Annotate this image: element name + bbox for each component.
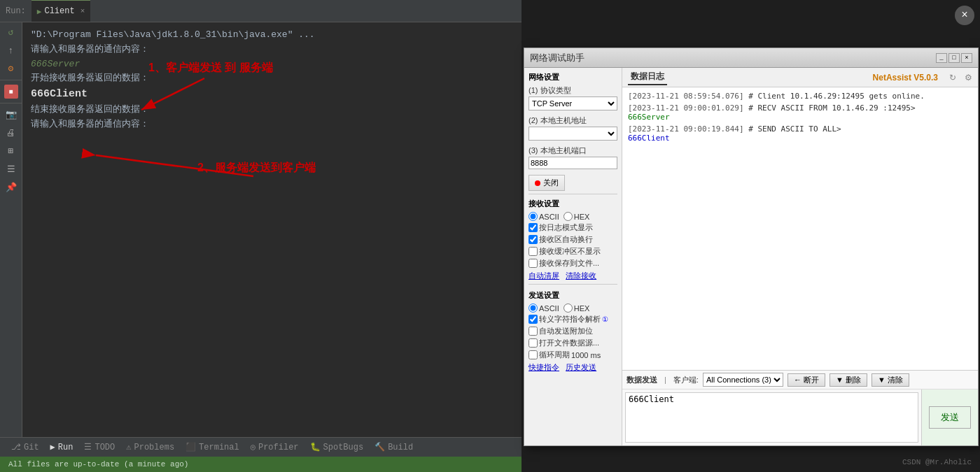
open-file-label: 打开文件数据源... xyxy=(539,338,599,348)
git-item[interactable]: ⎇ Git xyxy=(6,438,45,457)
port-input[interactable] xyxy=(528,157,617,169)
todo-icon: ☰ xyxy=(84,442,92,452)
auto-append-option[interactable]: 自动发送附加位 xyxy=(528,326,617,336)
send-input-right: 发送 xyxy=(922,389,978,445)
minimize-btn[interactable]: _ xyxy=(936,53,947,63)
terminal-item[interactable]: ⬛ Terminal xyxy=(180,438,245,457)
log-value-2: 666Client xyxy=(628,134,670,143)
build-item[interactable]: 🔨 Build xyxy=(369,438,419,457)
config-icon[interactable]: ⚙ xyxy=(965,73,972,83)
auto-newline-option[interactable]: 接收区自动换行 xyxy=(528,234,617,245)
log-mode-option[interactable]: 按日志模式显示 xyxy=(528,222,617,233)
send-button[interactable]: 发送 xyxy=(929,406,971,429)
terminal-label: Terminal xyxy=(199,443,239,452)
csdn-watermark: CSDN @Mr.Aholic xyxy=(902,458,972,466)
save-file-option[interactable]: 接收保存到文件... xyxy=(528,258,617,269)
console-line-0: "D:\Program Files\Java\jdk1.8.0_31\bin\j… xyxy=(31,28,513,43)
netassist-brand: NetAssist V5.0.3 xyxy=(873,73,938,83)
recv-hex-option[interactable]: HEX xyxy=(564,212,590,221)
git-icon: ⎇ xyxy=(11,442,21,452)
tab-close-icon[interactable]: × xyxy=(80,7,85,15)
separator2 xyxy=(0,103,22,103)
log-ts-1: [2023-11-21 09:00:01.029] xyxy=(628,103,744,113)
camera-icon[interactable]: 📷 xyxy=(4,108,18,122)
settings-icon[interactable]: ☰ xyxy=(4,162,18,176)
profiler-label: Profiler xyxy=(258,443,299,452)
loop-option[interactable]: 循环周期 1000 ms xyxy=(528,350,617,360)
recv-hex-label: HEX xyxy=(574,213,590,221)
up-icon[interactable]: ↑ xyxy=(4,43,18,57)
send-ascii-option[interactable]: ASCII xyxy=(528,303,559,313)
status-bar: ⎇ Git ▶ Run ☰ TODO ⚠ Problems ⬛ Terminal… xyxy=(0,437,522,457)
close-button[interactable]: × xyxy=(955,6,974,25)
host-label: (2) 本地主机地址 xyxy=(528,115,617,126)
send-format-group: ASCII HEX xyxy=(528,303,617,313)
problems-item[interactable]: ⚠ Problems xyxy=(120,438,180,457)
send-hex-option[interactable]: HEX xyxy=(564,303,590,313)
build-icon: 🔨 xyxy=(374,442,385,452)
maximize-btn[interactable]: □ xyxy=(948,53,960,63)
restart-icon[interactable]: ↺ xyxy=(4,25,18,39)
open-file-option[interactable]: 打开文件数据源... xyxy=(528,338,617,348)
wrench-icon[interactable]: ⚙ xyxy=(4,62,18,76)
log-entry-2: [2023-11-21 09:00:19.844] # SEND ASCII T… xyxy=(628,124,972,143)
info-icon: ① xyxy=(602,315,608,323)
escape-cmd-option[interactable]: 转义字符指令解析 ① xyxy=(528,314,617,324)
console-line-2-server: 666Server xyxy=(31,57,513,72)
pin-icon[interactable]: 📌 xyxy=(4,180,18,194)
spotbugs-label: SpotBugs xyxy=(323,443,364,452)
auto-newline-label: 接收区自动换行 xyxy=(539,234,593,245)
port-label: (3) 本地主机端口 xyxy=(528,145,617,156)
spotbugs-item[interactable]: 🐛 SpotBugs xyxy=(304,438,370,457)
client-select[interactable]: All Connections (3) xyxy=(703,373,783,387)
run-item[interactable]: ▶ Run xyxy=(45,438,79,457)
problems-label: Problems xyxy=(134,443,175,452)
refresh-icon[interactable]: ↻ xyxy=(949,73,956,83)
loop-label: 循环周期 xyxy=(539,350,570,360)
status-text: All files are up-to-date (a minute ago) xyxy=(8,460,188,469)
todo-item[interactable]: ☰ TODO xyxy=(78,438,120,457)
terminal-icon: ⬛ xyxy=(186,442,196,452)
ide-panel: Run: ▶ Client × ↺ ↑ ⚙ ■ 📷 🖨 ⊞ ☰ 📌 "D:\Pr… xyxy=(0,0,522,472)
close-connection-btn[interactable]: 关闭 xyxy=(528,175,565,191)
client-tab[interactable]: ▶ Client × xyxy=(31,0,90,22)
run-label: Run xyxy=(58,443,74,452)
filter-icon[interactable]: ⊞ xyxy=(4,144,18,158)
quick-cmd-link[interactable]: 快捷指令 xyxy=(528,363,559,371)
client-tab-label: 客户端: xyxy=(673,375,699,385)
bottom-status-bar: All files are up-to-date (a minute ago) xyxy=(0,457,522,472)
run-icon: ▶ xyxy=(50,442,55,452)
stop-icon[interactable]: ■ xyxy=(4,85,18,99)
network-settings-title: 网络设置 xyxy=(528,72,617,83)
console-line-6: 请输入和服务器的通信内容： xyxy=(31,117,513,132)
host-select[interactable] xyxy=(528,127,617,141)
profiler-icon: ◎ xyxy=(251,442,255,452)
tab-bar: Run: ▶ Client × xyxy=(0,0,522,22)
recv-ascii-option[interactable]: ASCII xyxy=(528,212,559,221)
protocol-select[interactable]: TCP Server xyxy=(528,96,617,110)
print-icon[interactable]: 🖨 xyxy=(4,126,18,140)
show-recv-option[interactable]: 接收缓冲区不显示 xyxy=(528,246,617,257)
net-titlebar: 网络调试助手 _ □ × xyxy=(524,48,978,68)
recv-settings-title: 接收设置 xyxy=(528,199,617,209)
delete-btn[interactable]: ▼ 删除 xyxy=(830,373,867,387)
send-settings-title: 发送设置 xyxy=(528,290,617,301)
todo-label: TODO xyxy=(94,443,115,452)
log-mode-label: 按日志模式显示 xyxy=(539,222,593,233)
profiler-item[interactable]: ◎ Profiler xyxy=(245,438,304,457)
auto-clear-link[interactable]: 自动清屏 xyxy=(528,271,559,280)
disconnect-btn[interactable]: ← 断开 xyxy=(788,373,825,387)
win-buttons: _ □ × xyxy=(936,53,972,63)
clear-btn[interactable]: ▼ 清除 xyxy=(872,373,909,387)
ide-content: ↺ ↑ ⚙ ■ 📷 🖨 ⊞ ☰ 📌 "D:\Program Files\Java… xyxy=(0,22,522,437)
log-ts-0: [2023-11-21 08:59:54.076] xyxy=(628,92,744,101)
show-recv-label: 接收缓冲区不显示 xyxy=(539,246,601,257)
data-log-tab[interactable]: 数据日志 xyxy=(628,69,667,85)
history-link[interactable]: 历史发送 xyxy=(566,363,596,371)
red-dot-icon xyxy=(535,180,540,186)
close-net-btn[interactable]: × xyxy=(961,53,972,63)
separator-pipe: | xyxy=(664,376,666,384)
clear-recv-link[interactable]: 清除接收 xyxy=(566,271,596,280)
data-send-tab[interactable]: 数据发送 xyxy=(626,375,657,385)
send-textarea[interactable]: 666Client xyxy=(625,392,918,443)
